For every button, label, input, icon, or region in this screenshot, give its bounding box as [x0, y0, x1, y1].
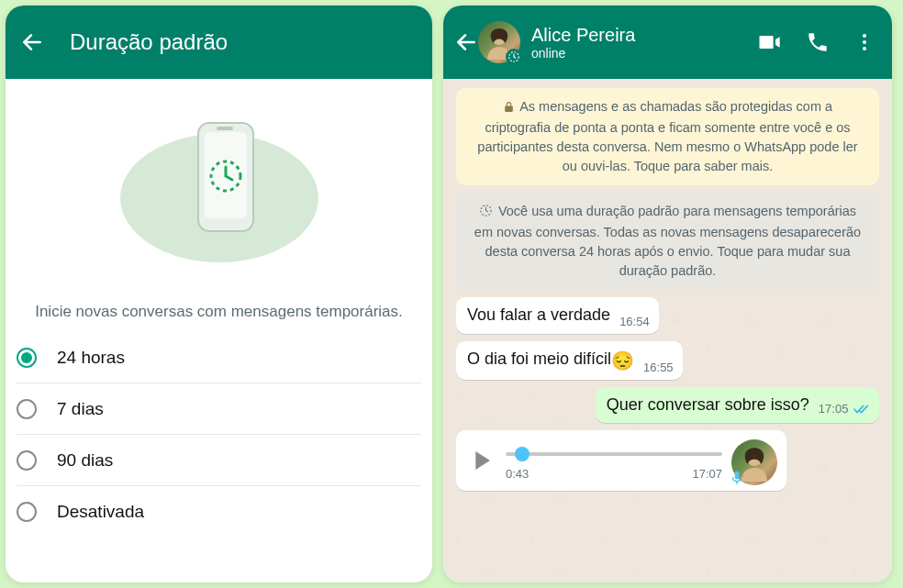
emoji-pensive: 😔 — [611, 350, 634, 371]
mic-icon — [728, 469, 746, 487]
message-in[interactable]: Vou falar a verdade 16:54 — [456, 297, 879, 333]
message-out[interactable]: Quer conversar sobre isso? 17:05 — [456, 387, 879, 423]
option-label: Desativada — [57, 502, 144, 522]
back-arrow-icon[interactable] — [20, 30, 44, 54]
voice-track[interactable]: 0:43 17:07 — [506, 443, 722, 481]
header-actions — [756, 29, 883, 55]
svg-point-9 — [863, 47, 866, 50]
contact-status: online — [531, 46, 635, 61]
svg-point-8 — [863, 40, 866, 44]
lock-icon — [503, 99, 515, 118]
voice-message[interactable]: 0:43 17:07 — [456, 430, 879, 491]
video-call-icon[interactable] — [756, 29, 782, 55]
option-off[interactable]: Desativada — [17, 486, 421, 538]
svg-rect-3 — [217, 127, 233, 130]
option-label: 24 horas — [57, 348, 125, 368]
settings-header: Duração padrão — [6, 6, 432, 79]
message-time: 16:54 — [619, 315, 650, 328]
message-text: Vou falar a verdade — [467, 305, 610, 326]
voice-call-icon[interactable] — [806, 30, 830, 54]
message-text: Quer conversar sobre isso? — [607, 394, 809, 416]
option-90d[interactable]: 90 dias — [17, 435, 421, 486]
chat-screen: Alice Pereira online As mensagens e as c… — [443, 6, 892, 582]
contact-avatar[interactable] — [478, 21, 520, 63]
option-7d[interactable]: 7 dias — [17, 383, 421, 435]
illustration — [6, 79, 432, 299]
encryption-banner[interactable]: As mensagens e as chamadas são protegida… — [456, 88, 879, 185]
more-menu-icon[interactable] — [853, 31, 875, 53]
voice-time: 17:07 — [692, 467, 722, 481]
message-in[interactable]: O dia foi meio difícil😔 16:55 — [456, 341, 879, 380]
timer-badge-icon — [506, 49, 522, 65]
option-label: 7 dias — [57, 399, 104, 419]
settings-title: Duração padrão — [70, 29, 228, 55]
timer-text: Você usa uma duração padrão para mensage… — [474, 204, 861, 278]
options-list: 24 horas 7 dias 90 dias Desativada — [6, 332, 432, 538]
radio-icon — [17, 502, 37, 522]
timer-icon — [479, 204, 493, 223]
back-arrow-icon[interactable] — [454, 30, 478, 54]
settings-screen: Duração padrão Inicie novas conversas co… — [6, 6, 432, 582]
play-icon[interactable] — [465, 445, 496, 480]
timer-banner[interactable]: Você usa uma duração padrão para mensage… — [456, 193, 879, 290]
radio-icon — [17, 399, 37, 419]
chat-body[interactable]: As mensagens e as chamadas são protegida… — [443, 79, 892, 582]
voice-duration: 0:43 — [506, 467, 529, 481]
read-ticks-icon — [853, 404, 870, 417]
track-thumb[interactable] — [515, 447, 530, 461]
settings-subtitle: Inicie novas conversas com mensagens tem… — [6, 299, 432, 332]
radio-icon — [17, 450, 37, 471]
radio-icon — [17, 348, 37, 368]
message-time: 17:05 — [819, 402, 870, 417]
voice-avatar — [731, 439, 777, 485]
option-label: 90 dias — [57, 450, 113, 471]
message-text: O dia foi meio difícil😔 — [467, 349, 634, 372]
option-24h[interactable]: 24 horas — [17, 332, 421, 383]
svg-point-7 — [863, 34, 866, 38]
contact-name: Alice Pereira — [531, 24, 635, 46]
contact-info[interactable]: Alice Pereira online — [531, 24, 635, 61]
message-time: 16:55 — [643, 361, 674, 374]
encryption-text: As mensagens e as chamadas são protegida… — [477, 99, 857, 173]
chat-header: Alice Pereira online — [443, 6, 892, 79]
